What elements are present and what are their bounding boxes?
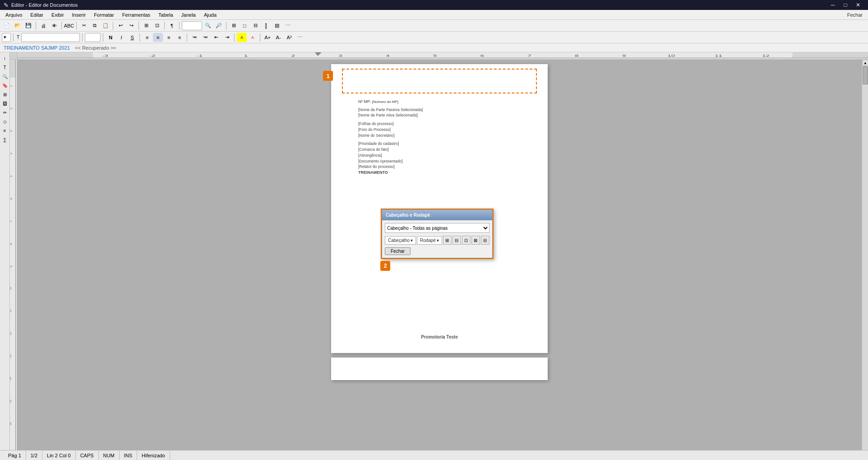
folhas: [Folhas do processo] [358, 121, 521, 127]
sb-shape[interactable]: ◇ [1, 117, 9, 125]
underline-button[interactable]: S [127, 33, 137, 42]
style-input[interactable] [2, 33, 11, 42]
sb-bookmark[interactable]: 🔖 [1, 81, 9, 89]
popup-btn-2[interactable]: ⊟ [452, 236, 461, 245]
menu-janela[interactable]: Janela [178, 11, 199, 19]
scroll-thumb[interactable] [863, 66, 868, 84]
align-justify[interactable]: ≡ [175, 33, 185, 42]
align-center[interactable]: ≡ [153, 33, 163, 42]
svg-text:5: 5 [10, 175, 13, 177]
popup-select[interactable]: Cabeçalho - Todas as páginasCabeçalho - … [385, 223, 489, 233]
sb-list2[interactable]: ≡ [1, 126, 9, 135]
menu-tabela[interactable]: Tabela [155, 11, 176, 19]
sb-formula[interactable]: ∑ [1, 135, 9, 144]
popup-btn-1[interactable]: ⊞ [443, 236, 452, 245]
font-size-input[interactable]: 14 [85, 33, 101, 42]
tb-border[interactable]: □ [240, 21, 249, 30]
foro: [Foro do Processo] [358, 127, 521, 133]
minimize-button[interactable]: ─ [826, 0, 839, 10]
app-icon: ✎ [4, 2, 9, 9]
prioridade: [Prioridade do cadastro] [358, 141, 521, 147]
doc-title[interactable]: TREINAMENTO SAJMP 2021 [4, 45, 70, 51]
horiz-ruler: generate -3 -2 -1 1 2 3 4 5 6 7 8 9 [17, 52, 868, 60]
sb-arrow[interactable]: ↕ [1, 54, 9, 62]
sb-draw[interactable]: ✏ [1, 108, 9, 116]
zoom-out[interactable]: 🔍 [203, 21, 213, 30]
sb-search[interactable]: 🔍 [1, 72, 9, 80]
tb-new[interactable]: 📄 [2, 21, 12, 30]
tb-save[interactable]: 💾 [23, 21, 33, 30]
top-ruler-row: generate -3 -2 -1 1 2 3 4 5 6 7 8 9 [10, 52, 868, 60]
secretario: [Nome do Secretário] [358, 133, 521, 139]
window-close-button[interactable]: ✕ [852, 0, 864, 10]
status-num: NUM [99, 451, 120, 460]
right-scrollbar: ▲ [862, 60, 868, 450]
tb-grid[interactable]: ⊞ [229, 21, 239, 30]
svg-text:4: 4 [10, 153, 13, 154]
popup-rodape-btn[interactable]: Rodapé ▾ [417, 236, 442, 245]
more-format[interactable]: ⋯ [295, 33, 305, 42]
menu-ajuda[interactable]: Ajuda [200, 11, 220, 19]
header-section [342, 69, 537, 93]
doc-recovered: << Recuperado >> [75, 45, 116, 51]
tb-cols[interactable]: ║ [261, 21, 271, 30]
popup-cabecalho-btn[interactable]: Cabeçalho ▾ [385, 236, 416, 245]
tb-open[interactable]: 📂 [13, 21, 23, 30]
scroll-up-button[interactable]: ▲ [862, 60, 868, 66]
sb-table2[interactable]: ⊞ [1, 90, 9, 98]
list-ordered[interactable]: ≔ [200, 33, 210, 42]
tb-paste[interactable]: 📋 [101, 21, 111, 30]
highlight-color[interactable]: A [237, 33, 247, 42]
tb-cut[interactable]: ✂ [79, 21, 89, 30]
tb-section[interactable]: ▤ [272, 21, 282, 30]
menu-formatar[interactable]: Formatar [90, 11, 118, 19]
svg-text:6: 6 [10, 198, 13, 200]
zoom-in[interactable]: 🔎 [214, 21, 224, 30]
zoom-input[interactable]: 75% [182, 21, 202, 30]
sb-image[interactable]: 🖼 [1, 99, 9, 107]
fechar-button[interactable]: Fechar [844, 11, 866, 19]
font-name-input[interactable]: Verdana [21, 33, 80, 42]
bold-button[interactable]: N [106, 33, 115, 42]
sep-f2 [82, 33, 83, 42]
tb-more2[interactable]: ⋯ [283, 21, 293, 30]
indent[interactable]: ⇥ [222, 33, 232, 42]
list-unordered[interactable]: ≔ [189, 33, 199, 42]
font-color[interactable]: A [248, 33, 258, 42]
status-line-col: Lin 2 Col 0 [42, 451, 76, 460]
tb-table[interactable]: ⊞ [141, 21, 151, 30]
tb-copy[interactable]: ⧉ [90, 21, 100, 30]
font-shrink[interactable]: A- [273, 33, 283, 42]
doc-view[interactable]: 1 Nº MP: [Número do MP] [Nome da Parte P… [17, 60, 862, 450]
tb-more[interactable]: ⊟ [250, 21, 260, 30]
tb-undo[interactable]: ↩ [115, 21, 125, 30]
popup-btn-3[interactable]: ⊡ [462, 236, 471, 245]
ruler-container: generate -3 -2 -1 1 2 3 4 5 6 7 8 9 [10, 52, 868, 450]
toolbar2: T Verdana 14 N I S ≡ ≡ ≡ ≡ ≔ ≔ ⇤ ⇥ A A A… [0, 32, 868, 43]
popup-btn-5[interactable]: ⊟ [481, 236, 489, 245]
popup-btn-4[interactable]: ⊠ [471, 236, 480, 245]
align-right[interactable]: ≡ [164, 33, 174, 42]
menu-editar[interactable]: Editar [27, 11, 47, 19]
tb-preview[interactable]: 👁 [49, 21, 59, 30]
sb-text[interactable]: T [1, 63, 9, 71]
menu-ferramentas[interactable]: Ferramentas [119, 11, 154, 19]
tb-print[interactable]: 🖨 [38, 21, 48, 30]
outdent[interactable]: ⇤ [211, 33, 221, 42]
menu-exibir[interactable]: Exibir [48, 11, 68, 19]
popup-dialog-inner: Cabeçalho e Rodapé Cabeçalho - Todas as … [382, 209, 493, 258]
tb-spell[interactable]: ABC [64, 21, 74, 30]
svg-text:2: 2 [10, 107, 13, 109]
font-grow[interactable]: A+ [263, 33, 272, 42]
menu-inserir[interactable]: Inserir [69, 11, 90, 19]
no-mp-line: Nº MP: [Número do MP] [358, 99, 521, 105]
align-left[interactable]: ≡ [142, 33, 152, 42]
superscript[interactable]: A² [284, 33, 294, 42]
tb-insert-obj[interactable]: ⊡ [152, 21, 162, 30]
italic-button[interactable]: I [116, 33, 126, 42]
maximize-button[interactable]: □ [839, 0, 852, 10]
menu-arquivo[interactable]: Arquivo [2, 11, 26, 19]
tb-redo[interactable]: ↪ [126, 21, 136, 30]
tb-show-para[interactable]: ¶ [167, 21, 177, 30]
popup-close-button[interactable]: Fechar [385, 247, 411, 255]
